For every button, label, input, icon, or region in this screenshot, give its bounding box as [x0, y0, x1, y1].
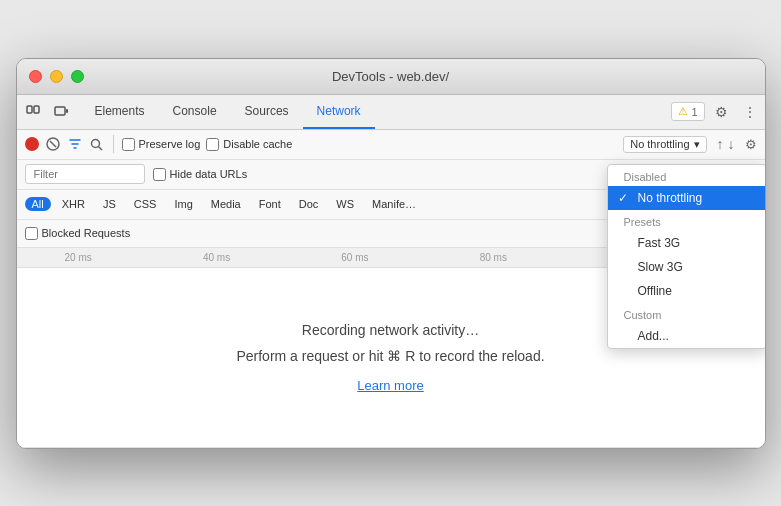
tab-elements[interactable]: Elements [81, 95, 159, 129]
tab-icons [21, 100, 73, 124]
preserve-log-label[interactable]: Preserve log [122, 138, 201, 151]
cursor-icon[interactable] [21, 100, 45, 124]
devtools-tabs-bar: Elements Console Sources Network ⚠ 1 ⚙ ⋮ [17, 95, 765, 130]
download-icon[interactable]: ↓ [728, 136, 735, 152]
svg-point-6 [92, 139, 100, 147]
warning-count: 1 [691, 106, 697, 118]
clear-button[interactable] [45, 136, 61, 152]
warning-badge[interactable]: ⚠ 1 [671, 102, 704, 121]
tab-sources[interactable]: Sources [231, 95, 303, 129]
tab-network[interactable]: Network [303, 95, 375, 129]
tab-console[interactable]: Console [159, 95, 231, 129]
title-bar: DevTools - web.dev/ [17, 59, 765, 95]
throttle-option-slow-3g[interactable]: Slow 3G [608, 255, 766, 279]
disable-cache-checkbox[interactable] [206, 138, 219, 151]
custom-section-label: Custom [608, 303, 766, 324]
type-filter-img[interactable]: Img [167, 197, 199, 211]
record-button[interactable] [25, 137, 39, 151]
recording-text: Recording network activity… [302, 322, 479, 338]
divider [113, 135, 114, 153]
upload-icon[interactable]: ↑ [717, 136, 724, 152]
type-filter-manifest[interactable]: Manife… [365, 197, 423, 211]
svg-rect-3 [66, 109, 68, 113]
hide-data-urls-checkbox[interactable] [153, 168, 166, 181]
network-toolbar: Preserve log Disable cache No throttling… [17, 130, 765, 160]
learn-more-link[interactable]: Learn more [357, 378, 423, 393]
timeline-mark-60: 60 ms [341, 252, 479, 263]
svg-line-7 [99, 146, 103, 150]
traffic-lights [29, 70, 84, 83]
throttle-option-no-throttling[interactable]: No throttling [608, 186, 766, 210]
throttle-option-add[interactable]: Add... [608, 324, 766, 348]
throttle-option-offline[interactable]: Offline [608, 279, 766, 303]
type-filter-xhr[interactable]: XHR [55, 197, 92, 211]
filter-icon[interactable] [67, 136, 83, 152]
type-filter-ws[interactable]: WS [329, 197, 361, 211]
timeline-mark-80: 80 ms [480, 252, 618, 263]
type-filter-all[interactable]: All [25, 197, 51, 211]
maximize-button[interactable] [71, 70, 84, 83]
close-button[interactable] [29, 70, 42, 83]
throttle-option-fast-3g[interactable]: Fast 3G [608, 231, 766, 255]
filter-input[interactable] [25, 164, 145, 184]
devtools-window: DevTools - web.dev/ Elements Console [16, 58, 766, 449]
more-icon[interactable]: ⋮ [739, 101, 761, 123]
blocked-requests-checkbox[interactable] [25, 227, 38, 240]
timeline-mark-40: 40 ms [203, 252, 341, 263]
presets-section-label: Presets [608, 210, 766, 231]
throttle-button[interactable]: No throttling ▾ [623, 136, 706, 153]
upload-download-icons: ↑ ↓ [717, 136, 735, 152]
type-filter-font[interactable]: Font [252, 197, 288, 211]
blocked-requests-label[interactable]: Blocked Requests [25, 227, 131, 240]
network-settings-icon[interactable]: ⚙ [745, 137, 757, 152]
type-filter-media[interactable]: Media [204, 197, 248, 211]
warning-icon: ⚠ [678, 105, 688, 118]
timeline-mark-20: 20 ms [65, 252, 203, 263]
type-filter-js[interactable]: JS [96, 197, 123, 211]
hide-data-urls-label[interactable]: Hide data URLs [153, 168, 248, 181]
throttle-dropdown[interactable]: No throttling ▾ Disabled No throttling P… [623, 136, 706, 153]
svg-rect-2 [55, 107, 65, 115]
type-filter-doc[interactable]: Doc [292, 197, 326, 211]
minimize-button[interactable] [50, 70, 63, 83]
search-icon[interactable] [89, 136, 105, 152]
settings-icon[interactable]: ⚙ [711, 101, 733, 123]
throttle-menu: Disabled No throttling Presets Fast 3G S… [607, 164, 766, 349]
type-filter-css[interactable]: CSS [127, 197, 164, 211]
device-icon[interactable] [49, 100, 73, 124]
preserve-log-checkbox[interactable] [122, 138, 135, 151]
window-title: DevTools - web.dev/ [332, 69, 449, 84]
chevron-down-icon: ▾ [694, 138, 700, 151]
tab-right-actions: ⚠ 1 ⚙ ⋮ [671, 101, 760, 123]
perform-text: Perform a request or hit ⌘ R to record t… [236, 348, 544, 364]
disable-cache-label[interactable]: Disable cache [206, 138, 292, 151]
disabled-section-label: Disabled [608, 165, 766, 186]
svg-rect-1 [34, 106, 39, 113]
svg-line-5 [50, 141, 56, 147]
svg-rect-0 [27, 106, 32, 113]
